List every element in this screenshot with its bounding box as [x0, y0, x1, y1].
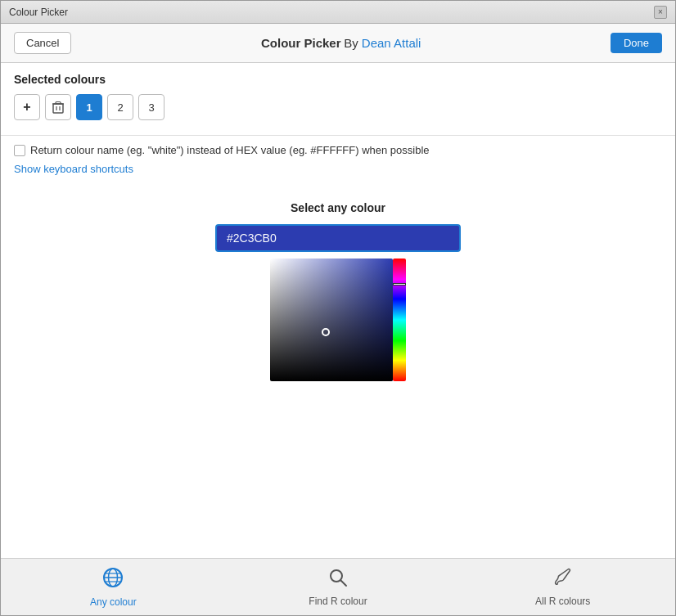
bottom-nav: Any colour Find R colour All R colours — [1, 558, 675, 615]
nav-find-r-colour-label: Find R colour — [309, 596, 367, 607]
brush-icon — [553, 568, 573, 592]
selected-colours-section: Selected colours + 1 2 3 — [1, 63, 675, 136]
option-label: Return colour name (eg. "white") instead… — [30, 144, 430, 156]
svg-rect-0 — [53, 104, 63, 113]
section-title: Selected colours — [14, 73, 662, 86]
window-title: Colour Picker — [9, 7, 68, 18]
close-button[interactable]: × — [654, 6, 667, 19]
nav-any-colour-label: Any colour — [90, 596, 137, 608]
toolbar-by: By Dean Attali — [344, 36, 421, 50]
colour-tab-2[interactable]: 2 — [107, 94, 133, 120]
add-colour-button[interactable]: + — [14, 94, 40, 120]
author-link[interactable]: Dean Attali — [362, 36, 421, 50]
colour-tab-3[interactable]: 3 — [138, 94, 164, 120]
hue-slider[interactable] — [393, 259, 406, 381]
cancel-button[interactable]: Cancel — [14, 32, 71, 54]
picker-container — [270, 259, 406, 381]
gradient-dark — [270, 259, 393, 381]
nav-find-r-colour[interactable]: Find R colour — [226, 559, 451, 615]
keyboard-shortcuts-link[interactable]: Show keyboard shortcuts — [1, 163, 675, 185]
trash-icon — [52, 101, 64, 114]
nav-any-colour[interactable]: Any colour — [1, 559, 226, 615]
hue-indicator — [393, 283, 406, 286]
delete-colour-button[interactable] — [45, 94, 71, 120]
hex-input[interactable] — [215, 224, 461, 252]
colour-picker-area: Select any colour — [1, 185, 675, 558]
option-row: Return colour name (eg. "white") instead… — [1, 136, 675, 163]
colour-tab-1[interactable]: 1 — [76, 94, 102, 120]
toolbar: Cancel Colour Picker By Dean Attali Done — [1, 24, 675, 63]
colour-gradient[interactable] — [270, 259, 393, 381]
colour-picker-window: Colour Picker × Cancel Colour Picker By … — [0, 0, 676, 616]
toolbar-title-area: Colour Picker By Dean Attali — [261, 36, 421, 50]
colour-tabs: + 1 2 3 — [14, 94, 662, 120]
nav-all-r-colours[interactable]: All R colours — [450, 559, 675, 615]
title-bar: Colour Picker × — [1, 1, 675, 24]
svg-line-11 — [341, 580, 347, 586]
globe-icon — [102, 567, 124, 593]
main-content: Selected colours + 1 2 3 — [1, 63, 675, 558]
nav-all-r-colours-label: All R colours — [535, 596, 590, 607]
colour-area-title: Select any colour — [291, 201, 385, 214]
search-icon — [328, 568, 348, 592]
done-button[interactable]: Done — [611, 33, 662, 53]
toolbar-title: Colour Picker — [261, 36, 341, 50]
return-colour-name-checkbox[interactable] — [14, 145, 25, 156]
